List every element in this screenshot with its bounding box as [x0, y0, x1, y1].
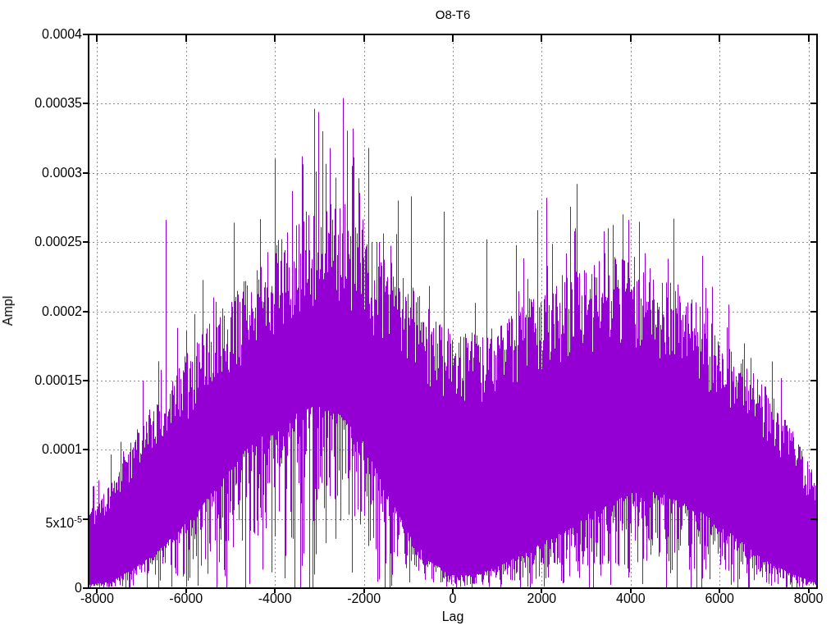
gnuplot-chart: O8-T6 Lag Ampl 05x10-50.00010.000150.000… [0, 0, 840, 630]
x-tick-label: -2000 [347, 591, 381, 606]
x-tick-label: 6000 [705, 591, 734, 606]
x-axis-label: Lag [442, 609, 464, 624]
x-tick-label: -4000 [258, 591, 292, 606]
plot-canvas [0, 0, 840, 630]
y-tick-label: 0.00035 [0, 96, 82, 111]
y-tick-label: 0.00015 [0, 373, 82, 388]
y-tick-label: 0.0002 [0, 304, 82, 319]
y-tick-label: 0 [0, 581, 82, 596]
chart-title: O8-T6 [436, 7, 471, 21]
y-tick-label: 0.0004 [0, 27, 82, 42]
x-tick-label: 4000 [616, 591, 646, 606]
y-tick-label: 0.00025 [0, 235, 82, 249]
x-tick-label: 2000 [527, 591, 557, 606]
x-tick-label: 8000 [794, 591, 824, 606]
x-tick-label: -8000 [80, 591, 114, 606]
x-tick-label: 0 [450, 591, 457, 606]
y-tick-label: 0.0001 [0, 442, 82, 457]
y-tick-label: 0.0003 [0, 166, 82, 180]
x-tick-label: -6000 [169, 591, 203, 606]
y-tick-label: 5x10-5 [0, 512, 82, 531]
